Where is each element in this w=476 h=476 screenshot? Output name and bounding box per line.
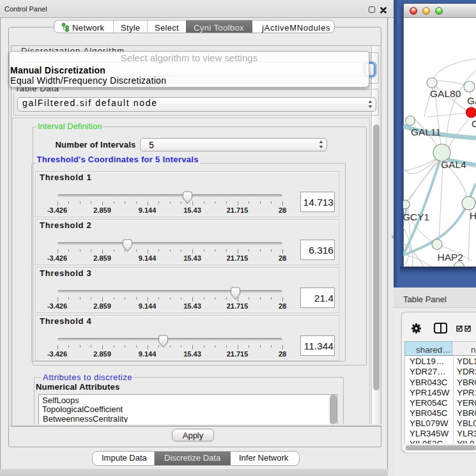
svg-text:HAP2: HAP2 <box>438 252 464 263</box>
svg-text:GAL80: GAL80 <box>430 88 461 99</box>
svg-text:C: C <box>472 118 476 129</box>
svg-text:H: H <box>470 210 476 221</box>
svg-text:GAL11: GAL11 <box>411 127 441 137</box>
svg-text:GA: GA <box>467 95 476 106</box>
svg-text:GAL4: GAL4 <box>441 159 466 170</box>
svg-text:GCY1: GCY1 <box>403 211 429 222</box>
